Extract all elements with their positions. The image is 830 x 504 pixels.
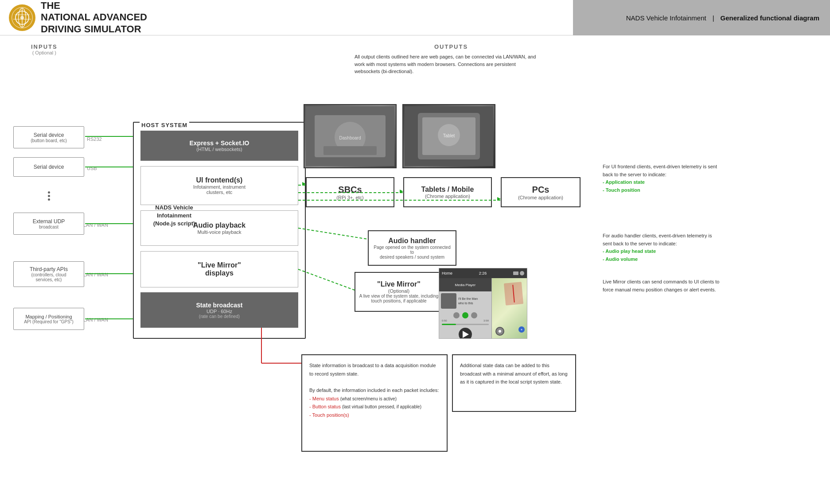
input-udp-broadcast: External UDP broadcast xyxy=(13,213,84,235)
svg-marker-31 xyxy=(497,197,501,201)
audio-handler-output-box: Audio handler Page opened on the system … xyxy=(368,230,456,266)
svg-marker-30 xyxy=(400,190,403,193)
state-broadcast-box: State broadcast UDP · 60Hz (rate can be … xyxy=(140,292,298,328)
live-mirror-output-box: "Live Mirror" (Optional) A live view of … xyxy=(355,272,443,312)
nads-center-label: NADS Vehicle Infotainment (Node.js scrip… xyxy=(148,204,201,228)
state-broadcast-info-box: State information is broadcast to a data… xyxy=(301,354,448,452)
connector-lan1: LAN / WAN xyxy=(83,222,108,228)
sbc-photo: Dashboard xyxy=(304,104,397,168)
inputs-label: INPUTS ( Optional ) xyxy=(31,43,58,55)
logo-icon xyxy=(9,4,35,31)
ui-frontend-box: UI frontend(s) Infotainment, instrument … xyxy=(140,166,298,205)
connector-lan3: LAN / WAN xyxy=(83,317,108,322)
express-box: Express + Socket.IO (HTML / websockets) xyxy=(140,131,298,161)
outputs-label: OUTPUTS xyxy=(434,43,468,50)
pcs-output-box: PCs (Chrome application) xyxy=(501,177,581,207)
input-serial-device-2: Serial device xyxy=(13,157,84,177)
header-separator: | xyxy=(713,14,714,22)
svg-text:Dashboard: Dashboard xyxy=(339,136,361,140)
connector-lan2: LAN / WAN xyxy=(83,272,108,277)
header-title-area: NADS Vehicle Infotainment | Generalized … xyxy=(573,0,830,35)
logo-text: The National Advanced Driving Simulator xyxy=(41,0,147,35)
header-title-normal: NADS Vehicle Infotainment xyxy=(626,14,706,22)
connector-rs232: RS232 xyxy=(87,136,102,142)
svg-line-26 xyxy=(298,269,355,290)
outputs-description: All output clients outlined here are web… xyxy=(355,53,541,75)
audio-clients-info: For audio handler clients, event-driven … xyxy=(603,232,722,263)
ellipsis-dots xyxy=(48,191,50,201)
svg-rect-10 xyxy=(323,146,377,155)
input-thirdparty-apis: Third-party APIs (controllers, cloud ser… xyxy=(13,261,84,287)
svg-text:Tablet: Tablet xyxy=(443,133,455,138)
live-mirror-displays-box: "Live Mirror" displays xyxy=(140,251,298,287)
svg-point-6 xyxy=(20,16,24,19)
tablets-output-box: Tablets / Mobile (Chrome application) xyxy=(403,177,492,207)
main-diagram: INPUTS ( Optional ) OUTPUTS All output c… xyxy=(0,35,830,504)
svg-line-25 xyxy=(298,228,368,239)
header-title-bold: Generalized functional diagram xyxy=(721,14,819,22)
additional-state-info-box: Additional state data can be added to th… xyxy=(452,354,576,412)
input-mapping-api: Mapping / Positioning API (Required for … xyxy=(13,308,84,330)
live-mirror-screenshot: Home2:26 Media Player I'll Be the Manwho… xyxy=(439,268,527,339)
ui-clients-info: For UI frontend clients, event-driven te… xyxy=(603,163,722,194)
live-mirror-clients-info: Live Mirror clients can send commands to… xyxy=(603,278,722,294)
input-serial-device-1: Serial device (button board, etc) xyxy=(13,126,84,148)
logo-area: The National Advanced Driving Simulator xyxy=(9,0,147,35)
host-system-label: HOST SYSTEM xyxy=(140,122,189,128)
sbc-output-box: SBCs (RPi 3+, etc) xyxy=(306,177,394,207)
tablet-photo: Tablet xyxy=(402,104,495,168)
connector-usb: USB xyxy=(87,166,97,171)
